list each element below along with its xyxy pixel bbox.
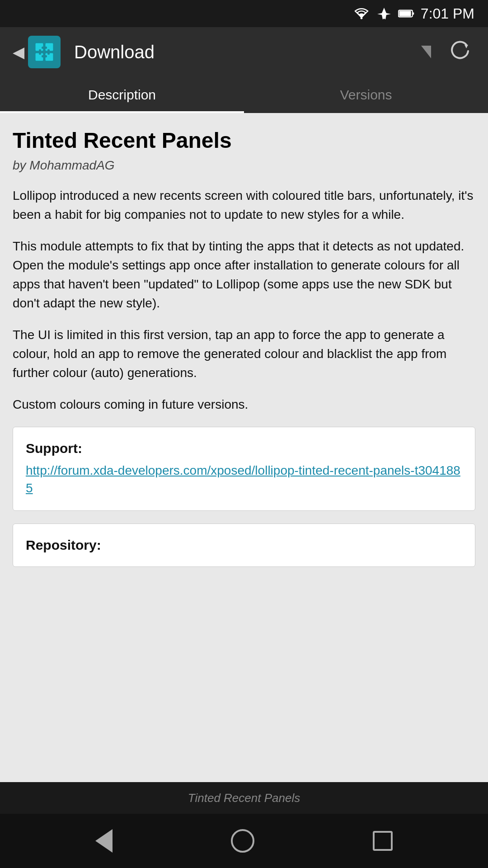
back-arrow-icon: ◀: [13, 44, 24, 60]
nav-back-icon: [95, 829, 113, 853]
refresh-button[interactable]: [445, 36, 475, 68]
signal-triangle-icon: [421, 46, 431, 58]
svg-marker-12: [465, 45, 468, 48]
back-button[interactable]: ◀: [13, 36, 61, 68]
content-area: Tinted Recent Panels by MohammadAG Lolli…: [0, 113, 488, 782]
nav-home-button[interactable]: [225, 823, 261, 859]
svg-rect-3: [399, 11, 411, 16]
desc-paragraph-2: This module attempts to fix that by tint…: [13, 237, 475, 313]
svg-rect-11: [47, 49, 50, 55]
support-card: Support: http://forum.xda-developers.com…: [13, 427, 475, 511]
nav-bar: [0, 814, 488, 868]
bottom-bar: Tinted Recent Panels: [0, 782, 488, 814]
status-time: 7:01 PM: [421, 5, 474, 22]
tab-versions[interactable]: Versions: [244, 77, 488, 113]
svg-rect-2: [413, 13, 414, 15]
puzzle-icon: [28, 36, 61, 68]
battery-icon: [398, 8, 414, 19]
module-description: Lollipop introduced a new recents screen…: [13, 186, 475, 414]
nav-recents-button[interactable]: [366, 825, 399, 857]
desc-paragraph-1: Lollipop introduced a new recents screen…: [13, 186, 475, 224]
nav-back-button[interactable]: [89, 823, 119, 859]
repository-card: Repository:: [13, 524, 475, 567]
wifi-icon: [353, 7, 370, 20]
svg-rect-9: [42, 55, 47, 57]
desc-paragraph-3: The UI is limited in this first version,…: [13, 326, 475, 382]
nav-recents-icon: [373, 831, 393, 851]
nav-home-icon: [231, 829, 254, 853]
support-label: Support:: [26, 441, 462, 456]
svg-rect-8: [42, 47, 47, 49]
tab-description[interactable]: Description: [0, 77, 244, 113]
support-link[interactable]: http://forum.xda-developers.com/xposed/l…: [26, 463, 460, 495]
airplane-icon: [376, 7, 392, 20]
tab-bar: Description Versions: [0, 77, 488, 113]
puzzle-svg: [33, 40, 56, 64]
module-title: Tinted Recent Panels: [13, 127, 475, 154]
app-bar: ◀ Download: [0, 27, 488, 77]
svg-point-0: [360, 17, 362, 19]
bottom-bar-text: Tinted Recent Panels: [188, 791, 300, 805]
refresh-icon: [448, 39, 472, 63]
app-bar-title: Download: [74, 42, 412, 62]
repository-label: Repository:: [26, 538, 462, 553]
desc-paragraph-4: Custom colours coming in future versions…: [13, 395, 475, 414]
module-author: by MohammadAG: [13, 158, 475, 173]
status-icons: 7:01 PM: [353, 5, 474, 22]
status-bar: 7:01 PM: [0, 0, 488, 27]
svg-rect-10: [39, 49, 41, 55]
